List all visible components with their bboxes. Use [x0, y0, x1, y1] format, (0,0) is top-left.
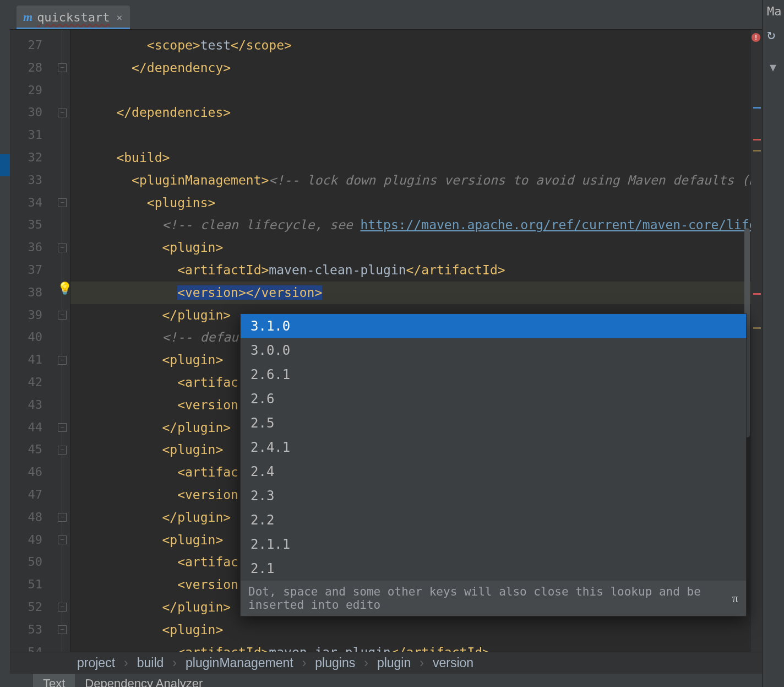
completion-item[interactable]: 2.1: [241, 556, 746, 581]
breadcrumb-item[interactable]: pluginManagement: [186, 656, 293, 670]
fold-toggle-icon[interactable]: −: [58, 535, 67, 544]
editor-tab-bar: m quickstart ×: [0, 0, 784, 30]
line-number: 44−: [10, 416, 70, 439]
line-number: 28−: [10, 57, 70, 79]
completion-hint: Dot, space and some other keys will also…: [241, 581, 746, 616]
code-line[interactable]: <pluginManagement><!-- lock down plugins…: [70, 169, 762, 192]
line-number: 49−: [10, 529, 70, 551]
fold-toggle-icon[interactable]: −: [58, 109, 67, 117]
fold-toggle-icon[interactable]: −: [58, 244, 67, 252]
fold-toggle-icon[interactable]: −: [58, 423, 67, 432]
fold-toggle-icon[interactable]: −: [58, 63, 67, 72]
error-stripe-mark[interactable]: [753, 107, 761, 109]
error-stripe-mark[interactable]: [753, 150, 761, 152]
maven-panel-title: Ma: [767, 4, 784, 18]
line-number: 41−: [10, 349, 70, 371]
breadcrumb: project › build › pluginManagement › plu…: [10, 652, 762, 674]
completion-item[interactable]: 2.1.1: [241, 532, 746, 556]
breadcrumb-separator: ›: [124, 656, 128, 670]
line-number: 50: [10, 551, 70, 574]
completion-item[interactable]: 2.6.1: [241, 363, 746, 387]
breadcrumb-item[interactable]: version: [433, 656, 473, 670]
line-number: 46: [10, 461, 70, 484]
line-number: 33: [10, 169, 70, 192]
line-number: 48−: [10, 506, 70, 529]
line-number: 52−: [10, 596, 70, 619]
line-number: 42: [10, 371, 70, 394]
maven-tool-panel[interactable]: Ma ↻ ▼: [762, 0, 784, 687]
completion-item[interactable]: 2.2: [241, 508, 746, 532]
left-strip-highlight: [0, 154, 10, 176]
editor-tab-quickstart[interactable]: m quickstart ×: [17, 6, 130, 29]
fold-toggle-icon[interactable]: −: [58, 513, 67, 522]
code-editor[interactable]: 2728−2930−31323334−3536−373839−4041−4243…: [10, 30, 762, 652]
intention-bulb-icon[interactable]: 💡: [57, 282, 72, 295]
line-number: 27: [10, 34, 70, 57]
line-number: 30−: [10, 101, 70, 124]
error-stripe-mark[interactable]: [753, 139, 761, 140]
error-stripe-mark[interactable]: [753, 293, 761, 295]
code-line[interactable]: <plugin>: [70, 236, 762, 259]
completion-item[interactable]: 3.1.0: [241, 314, 746, 338]
close-icon[interactable]: ×: [117, 12, 123, 23]
code-line[interactable]: [70, 79, 762, 102]
line-number: 32: [10, 147, 70, 169]
fold-toggle-icon[interactable]: −: [58, 198, 67, 207]
code-line[interactable]: <plugin>: [70, 619, 762, 641]
editor-bottom-tab[interactable]: Dependency Analyzer: [75, 674, 213, 687]
code-line[interactable]: <version></version>: [70, 282, 762, 304]
code-line[interactable]: <build>: [70, 147, 762, 169]
line-number: 31: [10, 124, 70, 147]
line-number: 39−: [10, 304, 70, 327]
left-tool-strip: [0, 0, 10, 687]
breadcrumb-separator: ›: [364, 656, 368, 670]
editor-gutter: 2728−2930−31323334−3536−373839−4041−4243…: [10, 30, 70, 652]
completion-item[interactable]: 2.4: [241, 459, 746, 484]
breadcrumb-item[interactable]: plugin: [377, 656, 411, 670]
error-badge-icon[interactable]: !: [752, 33, 760, 42]
error-stripe-mark[interactable]: [753, 327, 761, 329]
editor-bottom-tab[interactable]: Text: [33, 674, 75, 687]
error-stripe[interactable]: !: [751, 30, 762, 652]
refresh-icon[interactable]: ↻: [767, 26, 776, 42]
fold-toggle-icon[interactable]: −: [58, 603, 67, 612]
line-number: 36−: [10, 236, 70, 259]
completion-hint-text: Dot, space and some other keys will also…: [248, 585, 732, 612]
fold-toggle-icon[interactable]: −: [58, 446, 67, 455]
code-line[interactable]: <artifactId>maven-clean-plugin</artifact…: [70, 259, 762, 282]
breadcrumb-item[interactable]: project: [77, 656, 115, 670]
pi-icon: π: [732, 591, 738, 605]
breadcrumb-item[interactable]: plugins: [315, 656, 355, 670]
completion-item[interactable]: 2.4.1: [241, 435, 746, 459]
code-line[interactable]: </dependencies>: [70, 101, 762, 124]
code-line[interactable]: </dependency>: [70, 57, 762, 79]
editor-tab-title: quickstart: [37, 10, 110, 24]
breadcrumb-separator: ›: [302, 656, 307, 670]
fold-toggle-icon[interactable]: −: [58, 625, 67, 634]
breadcrumb-item[interactable]: build: [137, 656, 164, 670]
line-number: 29: [10, 79, 70, 102]
line-number: 53−: [10, 619, 70, 641]
completion-popup[interactable]: 3.1.03.0.02.6.12.62.52.4.12.42.32.22.1.1…: [240, 313, 747, 616]
completion-item[interactable]: 2.6: [241, 387, 746, 411]
line-number: 51: [10, 574, 70, 596]
fold-toggle-icon[interactable]: −: [58, 311, 67, 320]
breadcrumb-separator: ›: [420, 656, 424, 670]
line-number: 54: [10, 641, 70, 652]
completion-item[interactable]: 3.0.0: [241, 338, 746, 363]
editor-bottom-tabs: TextDependency Analyzer: [10, 674, 762, 687]
fold-toggle-icon[interactable]: −: [58, 356, 67, 365]
code-line[interactable]: <!-- clean lifecycle, see https://maven.…: [70, 214, 762, 236]
line-number: 35: [10, 214, 70, 236]
completion-item[interactable]: 2.3: [241, 484, 746, 508]
line-number: 43: [10, 394, 70, 416]
code-line[interactable]: [70, 124, 762, 147]
code-line[interactable]: <scope>test</scope>: [70, 34, 762, 57]
completion-item[interactable]: 2.5: [241, 411, 746, 435]
maven-icon: m: [23, 10, 32, 24]
chevron-down-icon[interactable]: ▼: [770, 61, 776, 74]
line-number: 47: [10, 484, 70, 506]
code-line[interactable]: <plugins>: [70, 192, 762, 214]
code-line[interactable]: <artifactId>maven-jar-plugin</artifactId…: [70, 641, 762, 652]
line-number: 40: [10, 326, 70, 349]
